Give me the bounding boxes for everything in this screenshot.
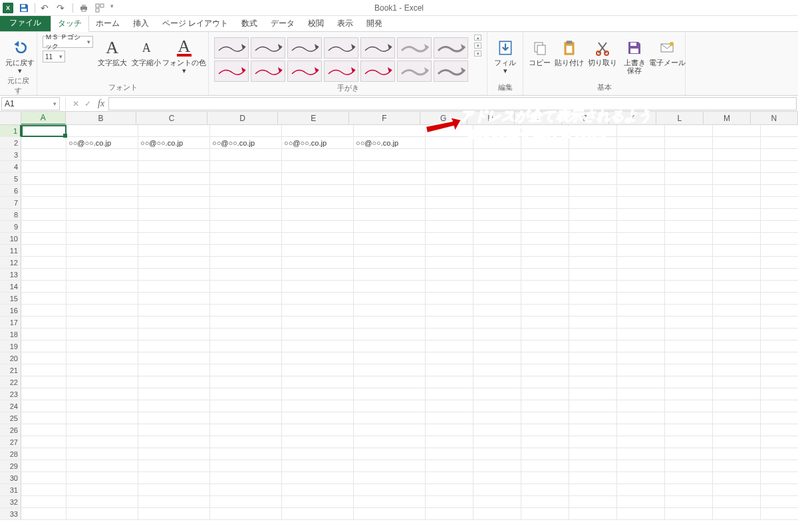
cell[interactable]: [354, 221, 426, 233]
cell[interactable]: [210, 472, 282, 484]
cell[interactable]: [473, 400, 521, 412]
cell[interactable]: [21, 233, 66, 245]
cell[interactable]: [569, 245, 617, 257]
email-button[interactable]: 電子メール: [652, 35, 682, 66]
cell[interactable]: [66, 388, 138, 400]
cell[interactable]: [282, 281, 354, 293]
cell[interactable]: [66, 281, 138, 293]
cell[interactable]: [282, 149, 354, 161]
cell[interactable]: [210, 424, 282, 436]
ink-swatch[interactable]: [324, 37, 358, 59]
cell[interactable]: [665, 436, 713, 448]
cell[interactable]: [138, 197, 210, 209]
cancel-formula-icon[interactable]: ✕: [70, 99, 82, 108]
cell[interactable]: [66, 400, 138, 412]
cell[interactable]: [713, 161, 761, 173]
cell[interactable]: [521, 257, 569, 269]
cell[interactable]: [21, 340, 66, 352]
cell[interactable]: [521, 137, 569, 149]
row-header[interactable]: 18: [0, 329, 21, 340]
cell[interactable]: [521, 281, 569, 293]
cell[interactable]: [426, 484, 473, 496]
cell[interactable]: [21, 281, 66, 293]
cell[interactable]: [138, 221, 210, 233]
cell[interactable]: [138, 508, 210, 520]
row-header[interactable]: 21: [0, 364, 21, 376]
cell[interactable]: [21, 436, 66, 448]
cell[interactable]: [138, 352, 210, 364]
cell[interactable]: [761, 257, 798, 269]
cell[interactable]: [569, 352, 617, 364]
cell[interactable]: [569, 197, 617, 209]
cell[interactable]: [713, 376, 761, 388]
cell[interactable]: [521, 185, 569, 197]
cell[interactable]: [761, 448, 798, 460]
cell[interactable]: [713, 137, 761, 149]
col-header-G[interactable]: G: [420, 112, 467, 124]
cell[interactable]: [665, 269, 713, 281]
cell[interactable]: [138, 305, 210, 317]
cell[interactable]: [521, 173, 569, 185]
cell[interactable]: [521, 400, 569, 412]
cell[interactable]: [569, 508, 617, 520]
cell[interactable]: [138, 460, 210, 472]
cell[interactable]: [569, 161, 617, 173]
cell[interactable]: [282, 209, 354, 221]
cell[interactable]: [617, 340, 665, 352]
cell[interactable]: [21, 460, 66, 472]
cell[interactable]: [354, 281, 426, 293]
cell[interactable]: [210, 281, 282, 293]
row-header[interactable]: 10: [0, 233, 21, 245]
cell[interactable]: [354, 245, 426, 257]
cell[interactable]: [521, 149, 569, 161]
col-header-K[interactable]: K: [609, 112, 656, 124]
cell[interactable]: [138, 269, 210, 281]
cell[interactable]: [21, 329, 66, 340]
cell[interactable]: [354, 329, 426, 340]
cell[interactable]: [66, 352, 138, 364]
cell[interactable]: [665, 305, 713, 317]
ink-swatch[interactable]: [434, 37, 468, 59]
cell[interactable]: [473, 448, 521, 460]
cell[interactable]: [617, 329, 665, 340]
cell[interactable]: [210, 436, 282, 448]
cell[interactable]: [713, 388, 761, 400]
cell[interactable]: [569, 460, 617, 472]
cell[interactable]: [665, 233, 713, 245]
cell[interactable]: [426, 436, 473, 448]
cell[interactable]: [138, 161, 210, 173]
cell[interactable]: [617, 448, 665, 460]
cell[interactable]: [569, 376, 617, 388]
cell[interactable]: [282, 329, 354, 340]
cell[interactable]: [521, 161, 569, 173]
cell[interactable]: [713, 508, 761, 520]
cell[interactable]: [354, 197, 426, 209]
cell[interactable]: [426, 269, 473, 281]
cell[interactable]: ○○@○○.co.jp: [138, 137, 210, 149]
cell[interactable]: [138, 436, 210, 448]
cell[interactable]: [282, 508, 354, 520]
cell[interactable]: [473, 424, 521, 436]
row-header[interactable]: 33: [0, 508, 21, 520]
cell[interactable]: [210, 352, 282, 364]
cell[interactable]: [426, 173, 473, 185]
cell[interactable]: [473, 185, 521, 197]
cell[interactable]: [761, 376, 798, 388]
cell[interactable]: [761, 472, 798, 484]
cell[interactable]: [761, 460, 798, 472]
cell[interactable]: [21, 364, 66, 376]
cell[interactable]: [617, 233, 665, 245]
cell[interactable]: [354, 496, 426, 508]
cell[interactable]: [210, 460, 282, 472]
cell[interactable]: [426, 185, 473, 197]
cell[interactable]: [282, 161, 354, 173]
cell[interactable]: ○○@○○.co.jp: [282, 137, 354, 149]
tab-file[interactable]: ファイル: [0, 15, 51, 31]
undo-button[interactable]: 元に戻す▾: [5, 35, 35, 74]
cell[interactable]: [354, 400, 426, 412]
cell[interactable]: [521, 352, 569, 364]
cell[interactable]: [426, 352, 473, 364]
row-header[interactable]: 26: [0, 424, 21, 436]
row-header[interactable]: 4: [0, 161, 21, 173]
cell[interactable]: [665, 197, 713, 209]
